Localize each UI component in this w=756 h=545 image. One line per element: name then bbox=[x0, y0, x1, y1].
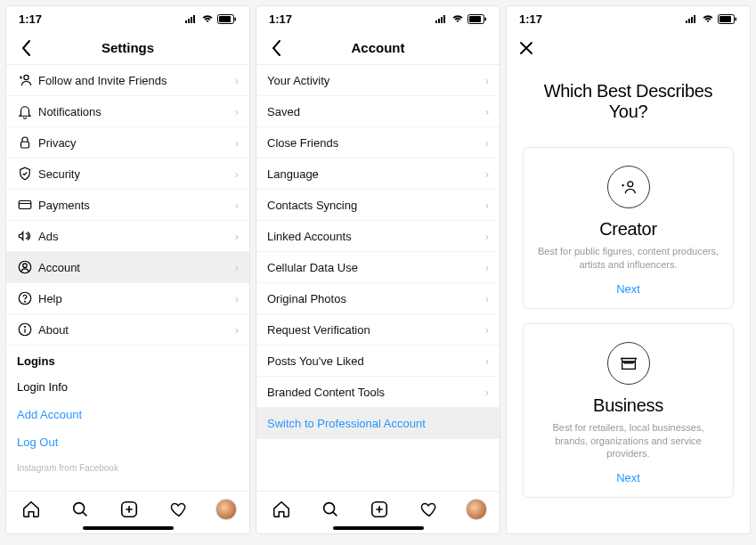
option-creator-card[interactable]: Creator Best for public figures, content… bbox=[523, 147, 734, 309]
header: Settings bbox=[6, 31, 249, 65]
svg-rect-18 bbox=[435, 20, 437, 23]
chevron-right-icon: › bbox=[235, 136, 239, 150]
item-label: Notifications bbox=[38, 105, 235, 118]
svg-rect-8 bbox=[21, 142, 29, 148]
close-button[interactable] bbox=[514, 36, 539, 61]
tab-activity[interactable] bbox=[417, 497, 442, 522]
item-label: Privacy bbox=[38, 136, 235, 150]
account-item-cellular-data-use[interactable]: Cellular Data Use› bbox=[256, 252, 500, 283]
account-item-close-friends[interactable]: Close Friends› bbox=[256, 127, 500, 159]
bell-icon bbox=[17, 103, 38, 119]
back-button[interactable] bbox=[13, 36, 38, 61]
back-button[interactable] bbox=[264, 36, 289, 61]
describe-body: Which Best Describes You? Creator Best f… bbox=[507, 65, 750, 533]
item-label: Switch to Professional Account bbox=[267, 417, 489, 430]
settings-item-ads[interactable]: Ads › bbox=[6, 221, 249, 252]
settings-item-payments[interactable]: Payments › bbox=[6, 190, 249, 221]
account-item-original-photos[interactable]: Original Photos› bbox=[256, 283, 500, 314]
account-list: Your Activity› Saved› Close Friends› Lan… bbox=[256, 65, 500, 491]
plus-square-icon bbox=[119, 500, 139, 519]
search-icon bbox=[70, 500, 90, 519]
tab-new-post[interactable] bbox=[117, 497, 142, 522]
settings-item-follow-invite[interactable]: Follow and Invite Friends › bbox=[6, 65, 249, 96]
settings-item-about[interactable]: About › bbox=[6, 314, 249, 346]
svg-rect-28 bbox=[688, 19, 690, 23]
account-item-switch-professional[interactable]: Switch to Professional Account bbox=[256, 408, 500, 439]
page-title: Account bbox=[352, 40, 405, 55]
card-icon bbox=[17, 197, 38, 213]
status-bar: 1:17 bbox=[256, 6, 500, 31]
chevron-right-icon: › bbox=[235, 105, 239, 118]
wifi-icon bbox=[201, 14, 214, 23]
item-label: Cellular Data Use bbox=[267, 261, 485, 274]
tab-new-post[interactable] bbox=[367, 497, 392, 522]
storefront-icon bbox=[607, 342, 650, 385]
chevron-right-icon: › bbox=[485, 292, 489, 305]
add-account-row[interactable]: Add Account bbox=[6, 401, 249, 428]
item-label: Original Photos bbox=[267, 292, 485, 305]
item-label: About bbox=[38, 323, 235, 337]
account-item-posts-liked[interactable]: Posts You've Liked› bbox=[256, 346, 500, 377]
settings-item-help[interactable]: Help › bbox=[6, 283, 249, 314]
settings-item-notifications[interactable]: Notifications › bbox=[6, 96, 249, 127]
footer-note: Instagram from Facebook bbox=[6, 456, 249, 473]
tab-search[interactable] bbox=[318, 497, 343, 522]
plus-square-icon bbox=[370, 500, 389, 519]
business-next-button[interactable]: Next bbox=[538, 471, 719, 484]
chevron-right-icon: › bbox=[485, 230, 489, 243]
status-bar: 1:17 bbox=[6, 6, 249, 31]
status-time: 1:17 bbox=[19, 12, 42, 26]
item-label: Contacts Syncing bbox=[267, 199, 485, 212]
log-out-row[interactable]: Log Out bbox=[6, 428, 249, 456]
account-item-your-activity[interactable]: Your Activity› bbox=[256, 65, 500, 96]
chevron-right-icon: › bbox=[485, 136, 489, 150]
chevron-right-icon: › bbox=[485, 167, 489, 181]
home-indicator bbox=[83, 526, 174, 530]
tab-activity[interactable] bbox=[167, 497, 191, 522]
settings-item-security[interactable]: Security › bbox=[6, 159, 249, 190]
svg-rect-27 bbox=[686, 20, 687, 23]
svg-rect-2 bbox=[191, 17, 192, 23]
signal-icon bbox=[435, 14, 448, 23]
status-indicators bbox=[185, 14, 237, 24]
status-bar: 1:17 bbox=[507, 6, 750, 31]
help-icon bbox=[17, 290, 38, 306]
account-item-linked-accounts[interactable]: Linked Accounts› bbox=[256, 221, 500, 252]
account-item-branded-content-tools[interactable]: Branded Content Tools› bbox=[256, 377, 500, 408]
creator-next-button[interactable]: Next bbox=[538, 282, 719, 296]
account-item-request-verification[interactable]: Request Verification› bbox=[256, 314, 500, 346]
chevron-right-icon: › bbox=[235, 74, 239, 87]
option-business-card[interactable]: Business Best for retailers, local busin… bbox=[523, 323, 734, 499]
tab-search[interactable] bbox=[68, 497, 93, 522]
status-time: 1:17 bbox=[269, 12, 292, 26]
tab-home[interactable] bbox=[269, 497, 294, 522]
tab-profile[interactable] bbox=[215, 499, 237, 520]
chevron-right-icon: › bbox=[235, 292, 239, 305]
settings-item-privacy[interactable]: Privacy › bbox=[6, 127, 249, 159]
login-info-row[interactable]: Login Info bbox=[6, 373, 249, 401]
chevron-right-icon: › bbox=[485, 386, 489, 399]
chevron-right-icon: › bbox=[485, 354, 489, 368]
creator-icon bbox=[607, 166, 650, 208]
header bbox=[507, 31, 750, 65]
chevron-right-icon: › bbox=[235, 199, 239, 212]
screen-account: 1:17 Account Your Activity› Saved› Close… bbox=[256, 5, 500, 534]
settings-item-account[interactable]: Account › bbox=[6, 252, 249, 283]
chevron-right-icon: › bbox=[485, 261, 489, 274]
option-desc: Best for public figures, content produce… bbox=[538, 245, 719, 272]
svg-rect-33 bbox=[736, 17, 737, 20]
status-indicators bbox=[686, 14, 737, 24]
account-item-language[interactable]: Language› bbox=[256, 159, 500, 190]
svg-rect-19 bbox=[438, 19, 440, 23]
svg-rect-20 bbox=[441, 17, 443, 23]
tab-home[interactable] bbox=[19, 497, 44, 522]
account-item-contacts-syncing[interactable]: Contacts Syncing› bbox=[256, 190, 500, 221]
chevron-right-icon: › bbox=[485, 199, 489, 212]
account-item-saved[interactable]: Saved› bbox=[256, 96, 500, 127]
wifi-icon bbox=[702, 14, 714, 23]
info-icon bbox=[17, 321, 38, 338]
option-title: Creator bbox=[538, 219, 719, 240]
item-label: Saved bbox=[267, 105, 485, 118]
battery-icon bbox=[217, 14, 237, 24]
tab-profile[interactable] bbox=[466, 499, 487, 520]
